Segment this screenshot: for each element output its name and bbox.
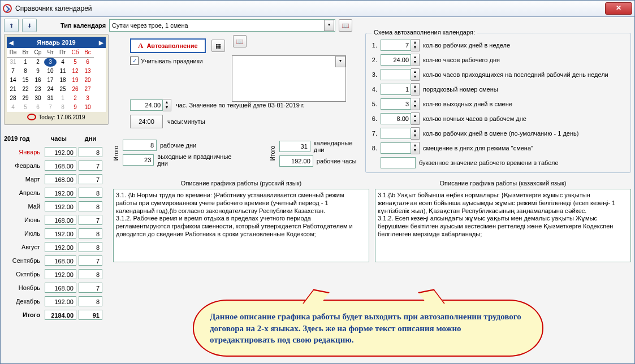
autofill-button[interactable]: A Автозаполнение [130,38,206,53]
calendar-day[interactable]: 2 [32,58,44,67]
calendar-day[interactable]: 6 [81,58,94,67]
calendar-day[interactable]: 9 [32,67,44,76]
off-days-value: 23 [123,154,154,166]
calendar-day[interactable]: 1 [57,94,69,103]
work-days-value: 8 [123,140,157,151]
scheme-spinner[interactable]: ▲▼ [381,68,420,81]
scheme-row: 4.▲▼порядковый номер смены [369,82,627,97]
calendar-day[interactable]: 6 [32,103,44,112]
scheme-spinner[interactable]: ▲▼ [381,98,420,110]
month-row[interactable]: Август192.008 [4,240,109,254]
time-button[interactable]: 24:00 [130,115,163,128]
calendar-day[interactable]: 7 [7,67,19,76]
blank-dropdown[interactable]: ▾ [232,55,346,102]
calendar-grid-icon[interactable]: ▦ [211,40,225,52]
calendar-title: Январь 2019 [37,39,75,46]
calendar-day[interactable]: 29 [19,94,32,103]
next-month-icon[interactable]: ▶ [99,40,103,46]
work-hours-value: 192.00 [279,155,313,167]
calendar-day[interactable]: 11 [57,67,69,76]
close-button[interactable]: ✕ [605,2,632,15]
desc-ru-header: Описание графика работы (русский язык) [113,180,369,187]
time-label: часы:минуты [167,118,205,125]
chevron-down-icon[interactable]: ▾ [324,20,334,31]
calendar-day[interactable]: 4 [7,103,19,112]
spin-arrows-icon[interactable]: ▲▼ [163,99,171,111]
month-row[interactable]: Март168.007 [4,172,109,186]
calendar-day[interactable]: 19 [69,76,81,85]
calendar-day[interactable]: 28 [7,94,19,103]
calendar-day[interactable]: 26 [69,85,81,94]
year-summary-table: 2019 год часы дни Январь192.008Февраль16… [4,135,109,322]
scheme-spinner[interactable]: ▲▼ [381,142,420,154]
scheme-spinner[interactable]: ▲▼ [381,112,420,125]
month-row[interactable]: Ноябрь168.007 [4,281,109,294]
month-row[interactable]: Апрель192.008 [4,186,109,200]
scheme-spinner[interactable]: ▲▼ [381,54,420,66]
month-calendar[interactable]: ◀ Январь 2019 ▶ ПнВтСрЧтПтСбВс3112345678… [4,34,109,125]
calendar-day[interactable]: 2 [69,94,81,103]
calendar-day[interactable]: 7 [44,103,57,112]
month-row[interactable]: Январь192.008 [4,145,109,159]
calendar-day[interactable]: 12 [69,67,81,76]
calendar-day[interactable]: 22 [19,85,32,94]
calendar-day[interactable]: 3 [81,94,94,103]
month-row[interactable]: Май192.008 [4,200,109,213]
calendar-day[interactable]: 10 [81,103,94,112]
move-up-button[interactable]: ⬆ [4,19,19,32]
scheme-spinner[interactable]: ▲▼ [381,127,420,140]
calendar-day[interactable]: 24 [44,85,57,94]
calendar-day[interactable]: 30 [32,94,44,103]
month-row[interactable]: Июль192.008 [4,227,109,240]
scheme-spinner[interactable]: ▲▼ [381,83,420,96]
calendar-day[interactable]: 25 [57,85,69,94]
chevron-down-icon[interactable]: ▾ [335,56,345,67]
year-total-row: Итого2184.0091 [4,308,109,322]
calendar-day[interactable]: 9 [69,103,81,112]
col-hours: часы [41,135,76,142]
calendar-today[interactable]: Today: 17.06.2019 [7,112,106,122]
month-row[interactable]: Декабрь192.008 [4,294,109,308]
month-row[interactable]: Июнь168.007 [4,213,109,227]
annotation-bubble: Данное описание графика работы будет вых… [193,300,543,357]
calendar-day[interactable]: 1 [19,58,32,67]
calendar-day[interactable]: 27 [81,85,94,94]
calendar-day[interactable]: 15 [19,76,32,85]
calendar-day[interactable]: 14 [7,76,19,85]
scheme-row: 3.▲▼кол-во часов приходящихся на последн… [369,67,627,82]
month-row[interactable]: Октябрь192.008 [4,267,109,281]
scheme-text-input[interactable] [381,157,416,168]
calendar-day[interactable]: 8 [57,103,69,112]
calendar-day[interactable]: 20 [81,76,94,85]
calendar-day[interactable]: 4 [57,58,69,67]
hours-desc: час. Значение по текущей дате 03-01-2019… [176,102,305,109]
desc-ru-text[interactable]: 3.1. {\b Нормы труда по времени: }Работн… [113,189,369,262]
lookup-button[interactable]: 📖 [339,19,352,32]
calendar-day[interactable]: 5 [69,58,81,67]
move-down-button[interactable]: ⬇ [22,19,37,32]
month-row[interactable]: Сентябрь168.007 [4,254,109,267]
scheme-title: Схема автозаполнения календаря: [372,29,477,36]
desc-kz-text[interactable]: 3.1.{\b Уақыт бойынша еңбек нормалары: }… [375,189,631,262]
calendar-type-combo[interactable]: Сутки через трое, 1 смена ▾ [109,19,335,32]
month-row[interactable]: Февраль168.007 [4,159,109,172]
calendar-day[interactable]: 18 [57,76,69,85]
window-title: Справочник календарей [15,5,605,12]
calendar-day[interactable]: 23 [32,85,44,94]
calendar-day[interactable]: 31 [44,94,57,103]
book-icon[interactable]: 📖 [233,35,247,47]
hours-spinner[interactable]: ▲▼ [130,99,171,111]
calendar-day[interactable]: 5 [19,103,32,112]
calendar-day[interactable]: 21 [7,85,19,94]
scheme-spinner[interactable]: ▲▼ [381,39,420,51]
prev-month-icon[interactable]: ◀ [9,40,14,46]
calendar-day[interactable]: 16 [32,76,44,85]
calendar-day[interactable]: 3 [44,58,57,67]
holidays-checkbox[interactable]: ✓ [130,57,139,65]
calendar-day[interactable]: 10 [44,67,57,76]
calendar-day[interactable]: 8 [19,67,32,76]
calendar-day[interactable]: 13 [81,67,94,76]
calendar-day[interactable]: 31 [7,58,19,67]
type-label: Тип календаря [61,22,106,29]
calendar-day[interactable]: 17 [44,76,57,85]
